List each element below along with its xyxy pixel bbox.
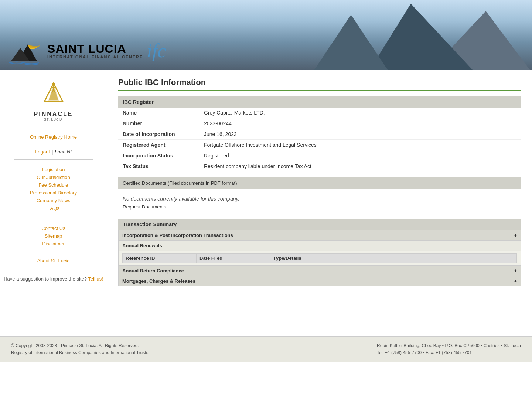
nav-disclaimer[interactable]: Disclaimer — [4, 240, 103, 248]
table-row: Name Grey Capital Markets LTD. — [118, 108, 521, 118]
pinnacle-logo-icon — [37, 81, 70, 107]
col-date-filed: Date Filed — [197, 254, 270, 263]
header-logo-area: SAINT LUCIA INTERNATIONAL FINANCIAL CENT… — [0, 31, 173, 70]
tell-us-link[interactable]: Tell us! — [88, 276, 103, 282]
trans-cols-cell: Reference ID Date Filed Type/Details — [119, 251, 521, 266]
sidebar-suggestion: Have a suggestion to improve the site? T… — [4, 276, 103, 282]
mountain-right — [369, 4, 473, 70]
main-container: PINNACLE ST. LUCIA Online Registry Home … — [0, 70, 532, 329]
nav-fee-schedule[interactable]: Fee Schedule — [4, 181, 103, 189]
no-docs-text: No documents currently available for thi… — [123, 196, 516, 202]
sidebar: PINNACLE ST. LUCIA Online Registry Home … — [0, 70, 107, 329]
footer-left: © Copyright 2008-2023 - Pinnacle St. Luc… — [11, 342, 149, 356]
green-divider — [118, 90, 521, 91]
sidebar-secondary-nav: Contact Us Sitemap Disclaimer — [4, 224, 103, 248]
mortgages-text: Mortgages, Charges & Releases — [122, 278, 195, 284]
table-row: Number 2023-00244 — [118, 118, 521, 129]
field-label: Number — [118, 118, 200, 129]
sidebar-divider-2 — [14, 144, 93, 144]
nav-sitemap[interactable]: Sitemap — [4, 232, 103, 240]
mortgages-label: Mortgages, Charges & Releases + — [119, 276, 521, 286]
annual-renewals-label: Annual Renewals — [119, 241, 521, 251]
field-label: Registered Agent — [118, 140, 200, 150]
field-label: Name — [118, 108, 200, 118]
content-area: Public IBC Information IBC Register Name… — [107, 70, 532, 329]
request-docs-link[interactable]: Request Documents — [123, 204, 166, 210]
svg-point-5 — [52, 83, 55, 86]
pinnacle-brand-text: PINNACLE — [31, 111, 76, 118]
field-value: 2023-00244 — [200, 118, 521, 129]
field-label: Incorporation Status — [118, 150, 200, 161]
annual-return-label: Annual Return Compliance + — [119, 266, 521, 276]
brand-ifc: ifc — [147, 40, 166, 62]
sidebar-divider-4 — [14, 218, 93, 218]
table-row: Mortgages, Charges & Releases + — [119, 276, 521, 286]
table-row: Reference ID Date Filed Type/Details — [119, 251, 521, 266]
table-row: Registered Agent Fortgate Offshore Inves… — [118, 140, 521, 150]
online-registry-home-link[interactable]: Online Registry Home — [4, 133, 103, 141]
field-value: Resident company liable under Income Tax… — [200, 161, 521, 172]
field-value: Grey Capital Markets LTD. — [200, 108, 521, 118]
footer-copyright: © Copyright 2008-2023 - Pinnacle St. Luc… — [11, 342, 149, 349]
field-label: Tax Status — [118, 161, 200, 172]
col-type-details: Type/Details — [270, 254, 517, 263]
pinnacle-brand-sub: ST. LUCIA — [31, 118, 76, 121]
expand-incorporation-button[interactable]: + — [514, 233, 517, 238]
table-row: Incorporation Status Registered — [118, 150, 521, 161]
ibc-info-table: Name Grey Capital Markets LTD. Number 20… — [118, 108, 521, 172]
transaction-table: Incorporation & Post Incorporation Trans… — [118, 230, 521, 286]
page-title: Public IBC Information — [118, 78, 521, 87]
trans-cols-table: Reference ID Date Filed Type/Details — [122, 253, 517, 263]
field-value: Fortgate Offshore Investment and Legal S… — [200, 140, 521, 150]
pinnacle-logo — [31, 78, 76, 111]
brand-name: SAINT LUCIA — [47, 43, 143, 55]
logout-link[interactable]: Logout — [35, 149, 50, 155]
certified-docs-header: Certified Documents (Filed documents in … — [118, 177, 521, 189]
nav-contact-us[interactable]: Contact Us — [4, 224, 103, 232]
user-name: baba NI — [55, 149, 72, 155]
table-row: Annual Return Compliance + — [119, 266, 521, 276]
site-footer: © Copyright 2008-2023 - Pinnacle St. Luc… — [0, 336, 532, 362]
transaction-summary-header: Transaction Summary — [118, 219, 521, 230]
ibc-register-header: IBC Register — [118, 96, 521, 108]
nav-about-st-lucia[interactable]: About St. Lucia — [4, 257, 103, 265]
table-row: Tax Status Resident company liable under… — [118, 161, 521, 172]
suggestion-text: Have a suggestion to improve the site? — [4, 276, 87, 282]
field-value: Registered — [200, 150, 521, 161]
mountain-left — [314, 15, 388, 70]
annual-return-text: Annual Return Compliance — [122, 268, 184, 274]
col-reference-id: Reference ID — [123, 254, 197, 263]
trans-incorporation-label: Incorporation & Post Incorporation Trans… — [119, 230, 521, 241]
brand-subtitle: INTERNATIONAL FINANCIAL CENTRE — [47, 55, 143, 59]
trans-label-text: Incorporation & Post Incorporation Trans… — [122, 233, 233, 238]
nav-professional-directory[interactable]: Professional Directory — [4, 189, 103, 197]
sidebar-divider-5 — [14, 254, 93, 254]
footer-registry-line: Registry of International Business Compa… — [11, 349, 149, 356]
footer-right: Robin Kelton Building, Choc Bay • P.O. B… — [377, 342, 521, 356]
expand-mortgages-button[interactable]: + — [514, 278, 517, 284]
sidebar-divider-1 — [14, 130, 93, 130]
certified-docs-sub: (Filed documents in PDF format) — [168, 180, 237, 186]
sidebar-divider-3 — [14, 159, 93, 160]
table-row: Incorporation & Post Incorporation Trans… — [119, 230, 521, 241]
table-row: Date of Incorporation June 16, 2023 — [118, 129, 521, 140]
footer-tel: Tel: +1 (758) 455-7700 • Fax: +1 (758) 4… — [377, 349, 521, 356]
table-row: Reference ID Date Filed Type/Details — [123, 254, 517, 263]
field-label: Date of Incorporation — [118, 129, 200, 140]
nav-faqs[interactable]: FAQs — [4, 204, 103, 212]
sidebar-logout-area: Logout | baba NI — [35, 147, 72, 156]
nav-legislation[interactable]: Legislation — [4, 166, 103, 173]
field-value: June 16, 2023 — [200, 129, 521, 140]
nav-company-news[interactable]: Company News — [4, 197, 103, 204]
transaction-summary-section: Transaction Summary Incorporation & Post… — [118, 219, 521, 286]
brand-text-group: SAINT LUCIA INTERNATIONAL FINANCIAL CENT… — [47, 43, 143, 59]
site-header: SAINT LUCIA INTERNATIONAL FINANCIAL CENT… — [0, 0, 532, 70]
table-row: Annual Renewals — [119, 241, 521, 251]
certified-docs-content: No documents currently available for thi… — [118, 192, 521, 213]
footer-address: Robin Kelton Building, Choc Bay • P.O. B… — [377, 342, 521, 349]
expand-annual-return-button[interactable]: + — [514, 268, 517, 274]
brand-logo-icon — [7, 37, 44, 65]
nav-our-jurisdiction[interactable]: Our Jurisdiction — [4, 173, 103, 181]
sidebar-logo: PINNACLE ST. LUCIA — [31, 78, 76, 121]
annual-renewals-text: Annual Renewals — [122, 243, 162, 248]
